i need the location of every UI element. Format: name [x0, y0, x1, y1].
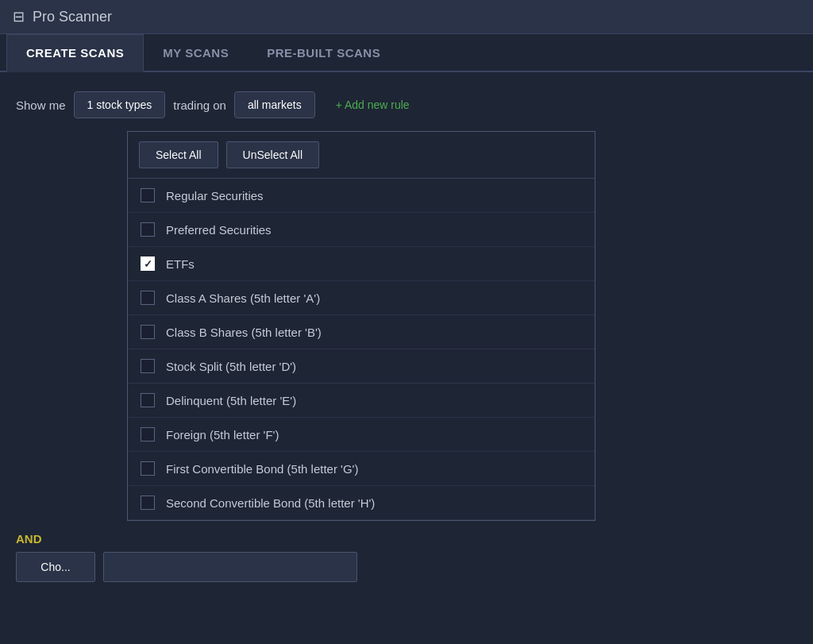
and-label: AND: [16, 532, 797, 546]
option-item[interactable]: Regular Securities: [128, 179, 595, 213]
stock-types-button[interactable]: 1 stock types: [74, 91, 166, 118]
trading-on-label: trading on: [173, 98, 226, 112]
tab-pre-built-scans[interactable]: PRE-BUILT SCANS: [248, 35, 399, 71]
option-label: Regular Securities: [166, 189, 264, 202]
options-list[interactable]: Regular SecuritiesPreferred Securities✓E…: [128, 178, 595, 520]
choose-row: Cho...: [16, 552, 797, 582]
show-me-label: Show me: [16, 98, 66, 112]
option-checkbox: [141, 188, 155, 202]
option-label: Preferred Securities: [166, 223, 272, 237]
option-checkbox: [141, 291, 155, 305]
scanner-icon: ⊟: [13, 8, 25, 25]
option-label: ETFs: [166, 257, 195, 271]
main-content: Show me 1 stock types trading on all mar…: [0, 72, 813, 601]
and-section: AND Cho...: [16, 532, 797, 582]
option-item[interactable]: First Convertible Bond (5th letter 'G'): [128, 452, 595, 486]
option-item[interactable]: Foreign (5th letter 'F'): [128, 418, 595, 452]
stock-types-dropdown: Select All UnSelect All Regular Securiti…: [127, 131, 595, 521]
option-checkbox: [141, 427, 155, 442]
option-item[interactable]: Class A Shares (5th letter 'A'): [128, 281, 595, 315]
option-label: Foreign (5th letter 'F'): [166, 428, 279, 442]
option-label: First Convertible Bond (5th letter 'G'): [166, 462, 358, 476]
option-item[interactable]: Stock Split (5th letter 'D'): [128, 349, 595, 384]
option-checkbox: [141, 393, 155, 407]
tab-create-scans[interactable]: CREATE SCANS: [6, 34, 144, 72]
select-row: Select All UnSelect All: [128, 132, 595, 178]
select-all-button[interactable]: Select All: [139, 141, 218, 168]
show-me-row: Show me 1 stock types trading on all mar…: [16, 91, 797, 118]
option-checkbox: [141, 222, 155, 237]
option-checkbox: [141, 325, 155, 339]
option-item[interactable]: Preferred Securities: [128, 213, 595, 247]
option-label: Delinquent (5th letter 'E'): [166, 394, 296, 407]
option-checkbox: [141, 461, 155, 476]
option-label: Class A Shares (5th letter 'A'): [166, 291, 320, 305]
option-label: Stock Split (5th letter 'D'): [166, 360, 296, 373]
choose-button[interactable]: Cho...: [16, 552, 95, 582]
option-checkbox: [141, 496, 155, 510]
option-item[interactable]: ✓ETFs: [128, 247, 595, 281]
option-label: Class B Shares (5th letter 'B'): [166, 326, 322, 339]
title-bar: ⊟ Pro Scanner: [0, 0, 813, 34]
option-label: Second Convertible Bond (5th letter 'H'): [166, 496, 375, 510]
all-markets-button[interactable]: all markets: [234, 91, 315, 118]
option-checkbox: [141, 359, 155, 373]
choose-input[interactable]: [103, 552, 357, 582]
tab-my-scans[interactable]: MY SCANS: [144, 35, 248, 71]
app-title: Pro Scanner: [33, 9, 112, 25]
option-item[interactable]: Second Convertible Bond (5th letter 'H'): [128, 486, 595, 520]
tab-bar: CREATE SCANS MY SCANS PRE-BUILT SCANS: [0, 34, 813, 72]
unselect-all-button[interactable]: UnSelect All: [226, 141, 319, 168]
add-rule-button[interactable]: + Add new rule: [336, 98, 410, 111]
option-checkbox: ✓: [141, 256, 155, 271]
option-item[interactable]: Delinquent (5th letter 'E'): [128, 384, 595, 418]
option-item[interactable]: Class B Shares (5th letter 'B'): [128, 315, 595, 349]
